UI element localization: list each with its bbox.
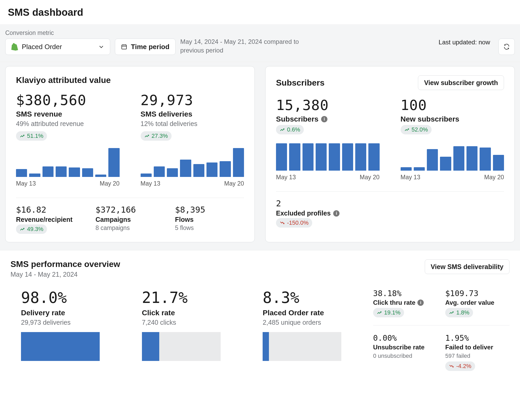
last-updated-text: Last updated: now <box>439 39 490 46</box>
bar <box>233 148 244 177</box>
info-icon[interactable]: i <box>333 210 339 217</box>
bar <box>453 146 464 171</box>
subscribers-delta-chip: 0.6% <box>276 125 304 134</box>
bar <box>276 143 287 171</box>
submetric-excluded-profiles: 2 Excluded profiles i -150.0% <box>276 198 504 228</box>
funnel-placed-order: 8.3% Placed Order rate 2,485 unique orde… <box>252 289 363 361</box>
chart-new-subscribers: May 13May 20 <box>401 142 504 181</box>
sm-unsubscribe-rate: 0.00% Unsubscribe rate 0 unsubscribed <box>373 333 437 371</box>
bar <box>440 157 451 171</box>
metric-sms-revenue: $380,560 SMS revenue 49% attributed reve… <box>16 92 120 187</box>
trend-down-icon <box>280 220 285 225</box>
refresh-button[interactable] <box>498 39 515 55</box>
metric-sms-deliveries: 29,973 SMS deliveries 12% total deliveri… <box>141 92 244 187</box>
bar <box>108 148 119 177</box>
bar <box>427 149 438 171</box>
shopify-icon <box>11 43 18 51</box>
submetric-campaigns: $372,166 Campaigns 8 campaigns <box>95 205 165 234</box>
sms-revenue-delta-chip: 51.1% <box>16 131 47 141</box>
conversion-metric-value: Placed Order <box>22 43 62 51</box>
card-subscribers: Subscribers View subscriber growth 15,38… <box>265 66 515 242</box>
trend-down-icon <box>449 364 454 369</box>
bar <box>180 160 191 177</box>
controls-bar: Conversion metric Placed Order Time peri… <box>0 25 520 62</box>
bar <box>316 143 327 171</box>
sm-click-thru-rate: 38.18% Click thru ratei 19.1% <box>373 289 437 317</box>
bar <box>154 166 165 177</box>
chart-sms-revenue: May 13May 20 <box>16 148 120 187</box>
bar <box>95 175 106 177</box>
time-period-button[interactable]: Time period <box>115 39 176 55</box>
bar <box>414 167 425 171</box>
perf-date-range: May 14 - May 21, 2024 <box>10 271 120 278</box>
excluded-delta-chip: -150.0% <box>276 218 312 228</box>
bar <box>141 174 152 177</box>
sms-deliveries-sub: 12% total deliveries <box>141 120 244 128</box>
bar <box>368 143 379 171</box>
trend-up-icon <box>280 127 285 132</box>
bar <box>401 167 412 171</box>
info-icon[interactable]: i <box>417 300 424 306</box>
funnel-bar-placed <box>263 332 341 361</box>
perf-title: SMS performance overview <box>10 259 120 269</box>
bar <box>289 143 300 171</box>
conversion-metric-label: Conversion metric <box>5 29 110 36</box>
bar <box>303 143 314 171</box>
chevron-down-icon <box>98 44 104 50</box>
view-sms-deliverability-button[interactable]: View SMS deliverability <box>425 259 510 274</box>
sms-revenue-value: $380,560 <box>16 92 120 108</box>
card-attributed-value: Klaviyo attributed value $380,560 SMS re… <box>5 66 255 242</box>
new-subscribers-value: 100 <box>401 97 504 113</box>
subscribers-value: 15,380 <box>276 97 380 113</box>
conversion-metric-select[interactable]: Placed Order <box>5 39 110 55</box>
card-subscribers-title: Subscribers <box>276 78 325 88</box>
funnel-click: 21.7% Click rate 7,240 clicks <box>131 289 242 361</box>
bar <box>69 167 80 177</box>
trend-up-icon <box>449 310 454 315</box>
page-header: SMS dashboard <box>0 0 520 25</box>
date-range-note: May 14, 2024 - May 21, 2024 compared to … <box>180 37 301 55</box>
rpp-delta-chip: 49.3% <box>16 224 47 234</box>
funnel-delivery: 98.0% Delivery rate 29,973 deliveries <box>10 289 121 361</box>
calendar-icon <box>121 44 127 50</box>
side-metrics: 38.18% Click thru ratei 19.1% $109.73 Av… <box>373 289 510 371</box>
bar <box>493 155 504 171</box>
cards-row: Klaviyo attributed value $380,560 SMS re… <box>0 62 520 250</box>
bar <box>43 166 54 177</box>
trend-up-icon <box>404 127 410 132</box>
chart-subscribers: May 13May 20 <box>276 142 380 181</box>
view-subscriber-growth-button[interactable]: View subscriber growth <box>418 75 504 90</box>
bar <box>220 161 231 177</box>
bar <box>56 166 67 177</box>
info-icon[interactable]: i <box>321 116 327 122</box>
bar <box>355 143 366 171</box>
bar <box>29 174 40 177</box>
bar <box>480 148 491 171</box>
bar <box>167 168 178 177</box>
trend-up-icon <box>377 310 382 315</box>
submetric-revenue-per-recipient: $16.82 Revenue/recipient 49.3% <box>16 205 85 234</box>
sms-deliveries-value: 29,973 <box>141 92 244 108</box>
svg-rect-0 <box>122 45 126 49</box>
refresh-icon <box>503 43 510 50</box>
trend-up-icon <box>144 133 150 139</box>
bar <box>193 164 204 177</box>
bar <box>466 146 477 171</box>
trend-up-icon <box>20 227 25 232</box>
funnel-bar-delivery <box>21 332 100 361</box>
sms-revenue-sub: 49% attributed revenue <box>16 120 120 128</box>
sms-deliveries-label: SMS deliveries <box>141 110 244 118</box>
bar <box>206 162 217 177</box>
bar <box>16 169 27 177</box>
bar <box>82 168 93 177</box>
chart-sms-deliveries: May 13May 20 <box>141 148 244 187</box>
trend-up-icon <box>20 133 25 139</box>
new-subscribers-delta-chip: 52.0% <box>401 125 432 134</box>
sm-avg-order-value: $109.73 Avg. order value 1.8% <box>445 289 510 317</box>
sms-revenue-label: SMS revenue <box>16 110 120 118</box>
page-title: SMS dashboard <box>8 7 512 18</box>
metric-new-subscribers: 100 New subscribers 52.0% May 13May 20 <box>401 97 504 181</box>
sms-deliveries-delta-chip: 27.3% <box>141 131 172 141</box>
metric-subscribers: 15,380 Subscribers i 0.6% May 13May 20 <box>276 97 380 181</box>
submetric-flows: $8,395 Flows 5 flows <box>175 205 244 234</box>
